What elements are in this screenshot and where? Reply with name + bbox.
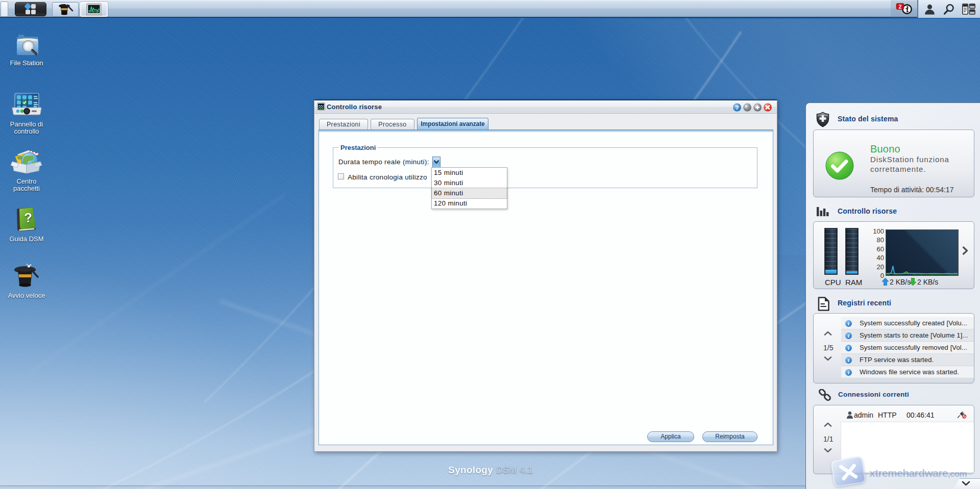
svg-text:?: ? (23, 210, 33, 226)
svg-text:?: ? (735, 105, 739, 111)
svg-text:2: 2 (899, 4, 902, 10)
